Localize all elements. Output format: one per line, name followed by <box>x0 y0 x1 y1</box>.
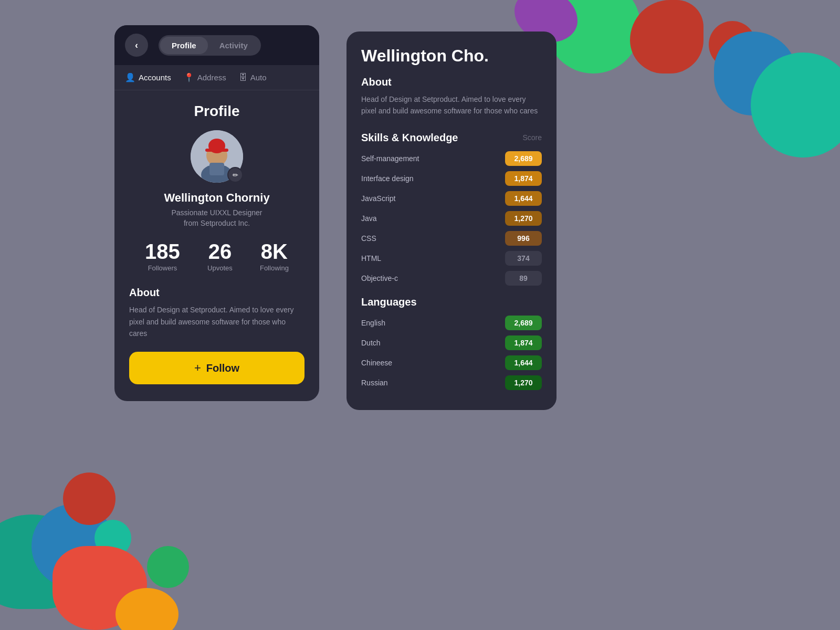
skill-row: Java 1,270 <box>361 211 542 226</box>
skills-header: Skills & Knowledge Score <box>361 132 542 144</box>
stats-row: 185 Followers 26 Upvotes 8K Following <box>127 241 307 272</box>
skill-name: JavaScript <box>361 194 505 203</box>
skill-score: 374 <box>505 251 542 266</box>
subnav-auto[interactable]: 🗄 Auto <box>239 72 267 82</box>
skill-score: 996 <box>505 231 542 246</box>
language-row: English 2,689 <box>361 316 542 330</box>
following-stat: 8K Following <box>260 241 289 272</box>
location-icon: 📍 <box>184 72 194 82</box>
language-row: Russian 1,270 <box>361 375 542 390</box>
skill-row: Interface design 1,874 <box>361 171 542 186</box>
avatar-container: ✏ <box>127 130 307 183</box>
profile-title: Profile <box>127 103 307 120</box>
skill-score: 1,270 <box>505 211 542 226</box>
profile-card: ‹ Profile Activity 👤 Accounts 📍 Address … <box>114 25 319 401</box>
subnav-auto-label: Auto <box>250 73 267 82</box>
detail-about-text: Head of Design at Setproduct. Aimed to l… <box>361 93 542 117</box>
skill-score: 89 <box>505 271 542 286</box>
language-name: English <box>361 319 505 327</box>
user-name: Wellington Chorniy <box>127 191 307 205</box>
languages-title: Languages <box>361 296 542 308</box>
follow-plus-icon: + <box>194 361 201 375</box>
languages-list: English 2,689 Dutch 1,874 Chineese 1,644… <box>361 316 542 390</box>
language-score: 1,644 <box>505 355 542 370</box>
skill-row: HTML 374 <box>361 251 542 266</box>
skill-name: CSS <box>361 234 505 243</box>
following-label: Following <box>260 264 289 272</box>
follow-label: Follow <box>206 362 239 374</box>
skill-row: Objective-c 89 <box>361 271 542 286</box>
language-name: Dutch <box>361 339 505 347</box>
tab-group: Profile Activity <box>159 35 261 56</box>
detail-body: Wellington Cho. About Head of Design at … <box>346 32 556 410</box>
languages-section: Languages English 2,689 Dutch 1,874 Chin… <box>361 296 542 390</box>
language-score: 1,874 <box>505 335 542 350</box>
skill-row: JavaScript 1,644 <box>361 191 542 206</box>
language-name: Russian <box>361 379 505 387</box>
followers-label: Followers <box>145 264 180 272</box>
sub-nav: 👤 Accounts 📍 Address 🗄 Auto <box>114 65 319 90</box>
skill-score: 2,689 <box>505 151 542 166</box>
tab-profile[interactable]: Profile <box>160 37 208 54</box>
skills-title: Skills & Knowledge <box>361 132 458 144</box>
language-row: Dutch 1,874 <box>361 335 542 350</box>
about-text: Head of Design at Setproduct. Aimed to l… <box>129 304 304 339</box>
score-label: Score <box>522 133 542 142</box>
follow-button[interactable]: + Follow <box>129 352 304 384</box>
upvotes-count: 26 <box>207 241 233 262</box>
skill-score: 1,644 <box>505 191 542 206</box>
avatar-wrapper: ✏ <box>191 130 243 183</box>
user-bio: Passionate UIXXL Designer from Setproduc… <box>127 208 307 228</box>
detail-card: Wellington Cho. About Head of Design at … <box>346 32 556 410</box>
subnav-accounts[interactable]: 👤 Accounts <box>125 72 171 82</box>
subnav-address-label: Address <box>197 73 226 82</box>
skill-name: Self-management <box>361 154 505 163</box>
svg-rect-5 <box>209 163 224 175</box>
about-section: About Head of Design at Setproduct. Aime… <box>127 287 307 339</box>
about-title: About <box>129 287 304 299</box>
followers-stat: 185 Followers <box>145 241 180 272</box>
skill-row: CSS 996 <box>361 231 542 246</box>
language-score: 1,270 <box>505 375 542 390</box>
tab-activity[interactable]: Activity <box>208 37 259 54</box>
skill-row: Self-management 2,689 <box>361 151 542 166</box>
subnav-address[interactable]: 📍 Address <box>184 72 226 82</box>
language-row: Chineese 1,644 <box>361 355 542 370</box>
profile-body: Profile <box>114 90 319 384</box>
skills-list: Self-management 2,689 Interface design 1… <box>361 151 542 286</box>
upvotes-stat: 26 Upvotes <box>207 241 233 272</box>
skill-name: Interface design <box>361 174 505 183</box>
svg-point-4 <box>208 139 225 153</box>
edit-avatar-button[interactable]: ✏ <box>227 167 243 183</box>
skill-name: Objective-c <box>361 274 505 282</box>
profile-header: ‹ Profile Activity <box>114 25 319 65</box>
upvotes-label: Upvotes <box>207 264 233 272</box>
skill-name: Java <box>361 214 505 223</box>
following-count: 8K <box>260 241 289 262</box>
language-name: Chineese <box>361 359 505 367</box>
language-score: 2,689 <box>505 316 542 330</box>
subnav-accounts-label: Accounts <box>139 73 171 82</box>
skill-score: 1,874 <box>505 171 542 186</box>
back-button[interactable]: ‹ <box>125 34 148 57</box>
skill-name: HTML <box>361 254 505 262</box>
database-icon: 🗄 <box>239 73 247 82</box>
detail-user-name: Wellington Cho. <box>361 46 542 66</box>
followers-count: 185 <box>145 241 180 262</box>
detail-about-title: About <box>361 76 542 88</box>
person-icon: 👤 <box>125 72 135 82</box>
